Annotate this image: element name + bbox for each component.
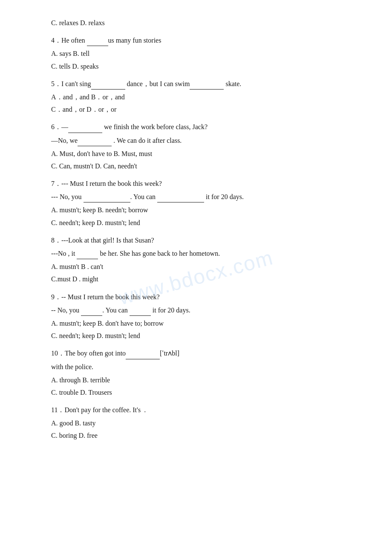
option-9-ab: A. mustn't; keep B. don't have to; borro… <box>51 318 341 329</box>
option-8-cd: C.must D . might <box>51 273 341 285</box>
question-text-6a: 6．— we finish the work before class, Jac… <box>51 121 341 133</box>
question-block-7: 7．--- Must I return the book this week? … <box>51 178 341 228</box>
question-block-6: 6．— we finish the work before class, Jac… <box>51 121 341 172</box>
option-5-cd: C．and，or D．or，or <box>51 104 341 115</box>
question-text-7a: 7．--- Must I return the book this week? <box>51 178 341 189</box>
blank-9a <box>81 308 102 316</box>
question-block-11: 11．Don't pay for the coffee. It's . A. g… <box>51 404 341 442</box>
blank-10 <box>126 352 160 359</box>
question-block-9: 9．-- Must I return the book this week? -… <box>51 291 341 342</box>
question-block-top: C. relaxes D. relaxs <box>51 17 341 29</box>
question-text-8a: 8．---Look at that girl! Is that Susan? <box>51 234 341 246</box>
question-text-4: 4．He often us many fun stories <box>51 35 341 46</box>
question-text-9a: 9．-- Must I return the book this week? <box>51 291 341 303</box>
question-text-10b: with the police. <box>51 361 341 373</box>
option-6-cd: C. Can, mustn't D. Can, needn't <box>51 160 341 172</box>
question-text-10a: 10．The boy often got into[ˈtrʌbl] <box>51 347 341 359</box>
question-text-11: 11．Don't pay for the coffee. It's . <box>51 404 341 416</box>
question-text-7b: --- No, you . You can it for 20 days. <box>51 191 341 202</box>
blank-5a <box>91 82 125 90</box>
blank-9b <box>130 308 151 316</box>
option-11-ab: A. good B. tasty <box>51 417 341 429</box>
option-5-ab: A．and，and B．or，and <box>51 91 341 103</box>
blank-6b <box>78 139 112 146</box>
option-9-cd: C. needn't; keep D. mustn't; lend <box>51 330 341 341</box>
option-10-ab: A. through B. terrible <box>51 374 341 386</box>
blank-6a <box>68 125 102 133</box>
option-11-cd: C. boring D. free <box>51 430 341 441</box>
phonetic-10: [ˈtrʌbl] <box>160 350 179 357</box>
option-line: C. relaxes D. relaxs <box>51 17 341 29</box>
blank-8 <box>77 251 98 259</box>
question-block-5: 5．I can't sing dance，but I can swim skat… <box>51 78 341 116</box>
question-text-9b: -- No, you . You can it for 20 days. <box>51 304 341 316</box>
content-area: www.bdocx.com C. relaxes D. relaxs 4．He … <box>51 17 341 442</box>
option-7-ab: A. mustn't; keep B. needn't; borrow <box>51 204 341 216</box>
option-8-ab: A. mustn't B . can't <box>51 261 341 272</box>
option-4-cd: C. tells D. speaks <box>51 61 341 72</box>
blank-7a <box>84 195 130 202</box>
blank-5b <box>190 82 224 90</box>
blank-7b <box>157 195 204 202</box>
question-text-8b: ---No , it be her. She has gone back to … <box>51 248 341 259</box>
question-text-5: 5．I can't sing dance，but I can swim skat… <box>51 78 341 90</box>
option-6-ab: A. Must, don't have to B. Must, must <box>51 148 341 159</box>
option-7-cd: C. needn't; keep D. mustn't; lend <box>51 217 341 228</box>
question-block-8: 8．---Look at that girl! Is that Susan? -… <box>51 234 341 285</box>
question-block-10: 10．The boy often got into[ˈtrʌbl] with t… <box>51 347 341 398</box>
question-block-4: 4．He often us many fun stories A. says B… <box>51 35 341 72</box>
option-10-cd: C. trouble D. Trousers <box>51 387 341 398</box>
question-text-6b: —No, we . We can do it after class. <box>51 135 341 146</box>
blank-4 <box>87 38 108 46</box>
option-4-ab: A. says B. tell <box>51 48 341 59</box>
